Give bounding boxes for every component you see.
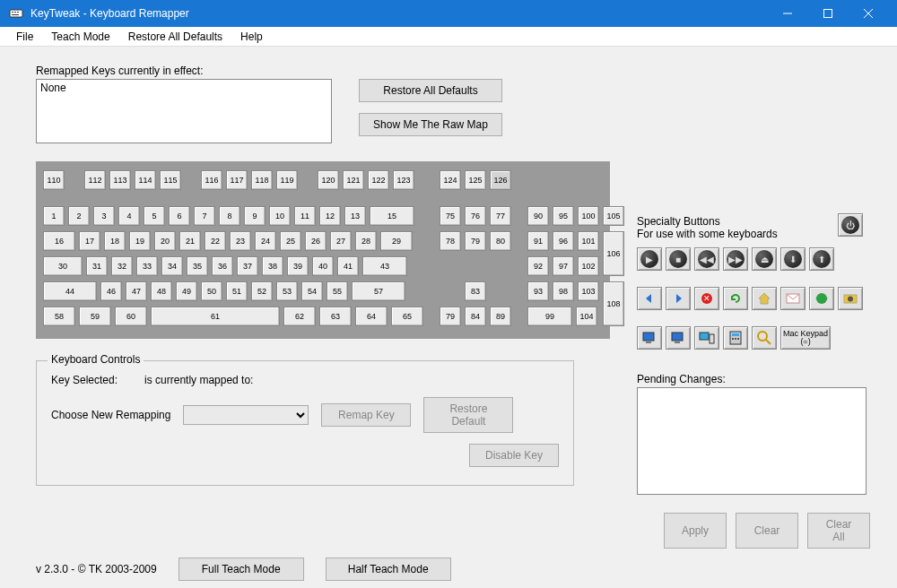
key[interactable]: 92 (527, 256, 549, 276)
key[interactable]: 17 (79, 231, 100, 251)
key[interactable]: 47 (126, 281, 147, 301)
eject-icon[interactable]: ⏏ (752, 247, 777, 271)
monitor2-icon[interactable] (666, 326, 691, 350)
key[interactable]: 55 (327, 281, 348, 301)
key[interactable]: 102 (578, 256, 599, 276)
menu-restore[interactable]: Restore All Defaults (119, 29, 231, 45)
key[interactable]: 53 (276, 281, 298, 301)
key[interactable]: 95 (553, 206, 574, 226)
key[interactable]: 120 (318, 170, 339, 190)
key[interactable]: 119 (276, 170, 298, 190)
key[interactable]: 59 (79, 307, 111, 326)
key[interactable]: 118 (251, 170, 273, 190)
next-icon[interactable]: ▶▶ (723, 247, 748, 271)
key[interactable]: 50 (201, 281, 222, 301)
play-icon[interactable]: ▶ (637, 247, 662, 271)
key[interactable]: 62 (283, 307, 316, 326)
key[interactable]: 49 (176, 281, 197, 301)
calculator-icon[interactable] (723, 326, 748, 350)
remapped-list[interactable]: None (36, 79, 332, 143)
key[interactable]: 108 (603, 281, 624, 326)
key[interactable]: 18 (104, 231, 126, 251)
key[interactable]: 28 (355, 231, 377, 251)
key[interactable]: 1 (43, 206, 65, 226)
key[interactable]: 21 (179, 231, 201, 251)
key[interactable]: 3 (93, 206, 115, 226)
computer-icon[interactable] (694, 326, 719, 350)
clear-button[interactable]: Clear (736, 513, 798, 549)
restore-all-button[interactable]: Restore All Defaults (359, 79, 502, 102)
key[interactable]: 33 (136, 256, 158, 276)
key[interactable]: 38 (262, 256, 283, 276)
key[interactable]: 57 (352, 281, 405, 301)
key[interactable]: 126 (490, 170, 511, 190)
key[interactable]: 54 (301, 281, 323, 301)
key[interactable]: 35 (187, 256, 208, 276)
key[interactable]: 63 (319, 307, 352, 326)
key[interactable]: 25 (280, 231, 301, 251)
disable-key-button[interactable]: Disable Key (469, 444, 559, 467)
key[interactable]: 117 (226, 170, 248, 190)
mac-keypad-button[interactable]: Mac Keypad (=) (780, 326, 831, 350)
monitor1-icon[interactable] (637, 326, 662, 350)
key[interactable]: 113 (109, 170, 131, 190)
key[interactable]: 64 (355, 307, 388, 326)
key[interactable]: 116 (201, 170, 222, 190)
key[interactable]: 44 (43, 281, 97, 301)
key[interactable]: 125 (465, 170, 486, 190)
key[interactable]: 93 (527, 281, 549, 301)
key[interactable]: 31 (86, 256, 108, 276)
key[interactable]: 58 (43, 307, 75, 326)
cancel-icon[interactable]: ✕ (694, 287, 719, 310)
key[interactable]: 79 (440, 307, 461, 326)
show-raw-button[interactable]: Show Me The Raw Map (359, 113, 502, 136)
key[interactable]: 32 (111, 256, 133, 276)
key[interactable]: 105 (603, 206, 624, 226)
key[interactable]: 51 (226, 281, 248, 301)
key[interactable]: 101 (578, 231, 599, 251)
key[interactable]: 83 (465, 281, 486, 301)
key[interactable]: 9 (244, 206, 266, 226)
key[interactable]: 90 (527, 206, 549, 226)
key[interactable]: 98 (553, 281, 574, 301)
key[interactable]: 122 (368, 170, 389, 190)
vol-up-icon[interactable]: ⬆ (809, 247, 834, 271)
back-icon[interactable] (637, 287, 662, 310)
key[interactable]: 6 (169, 206, 190, 226)
key[interactable]: 61 (151, 307, 280, 326)
key[interactable]: 124 (440, 170, 461, 190)
menu-help[interactable]: Help (231, 29, 272, 45)
key[interactable]: 19 (129, 231, 151, 251)
key[interactable]: 29 (380, 231, 413, 251)
refresh-icon[interactable] (723, 287, 748, 310)
pending-list[interactable] (637, 387, 867, 495)
key[interactable]: 78 (440, 231, 461, 251)
power-icon[interactable]: ⏻ (838, 213, 863, 237)
vol-down-icon[interactable]: ⬇ (780, 247, 806, 271)
key[interactable]: 37 (237, 256, 258, 276)
restore-default-button[interactable]: Restore Default (423, 397, 513, 433)
key[interactable]: 24 (255, 231, 276, 251)
key[interactable]: 36 (212, 256, 233, 276)
key[interactable]: 91 (527, 231, 549, 251)
key[interactable]: 39 (287, 256, 309, 276)
key[interactable]: 4 (118, 206, 140, 226)
key[interactable]: 115 (160, 170, 181, 190)
prev-icon[interactable]: ◀◀ (694, 247, 719, 271)
full-teach-button[interactable]: Full Teach Mode (179, 558, 304, 581)
key[interactable]: 103 (578, 281, 599, 301)
key[interactable]: 104 (576, 307, 597, 326)
key[interactable]: 22 (205, 231, 226, 251)
key[interactable]: 13 (344, 206, 366, 226)
key[interactable]: 77 (490, 206, 511, 226)
clear-all-button[interactable]: Clear All (807, 513, 870, 549)
key[interactable]: 5 (144, 206, 165, 226)
key[interactable]: 75 (440, 206, 461, 226)
menu-teach[interactable]: Teach Mode (42, 29, 118, 45)
key[interactable]: 97 (553, 256, 574, 276)
key[interactable]: 2 (68, 206, 90, 226)
key[interactable]: 41 (337, 256, 359, 276)
remap-key-button[interactable]: Remap Key (321, 403, 411, 427)
key[interactable]: 123 (393, 170, 414, 190)
key[interactable]: 23 (230, 231, 251, 251)
